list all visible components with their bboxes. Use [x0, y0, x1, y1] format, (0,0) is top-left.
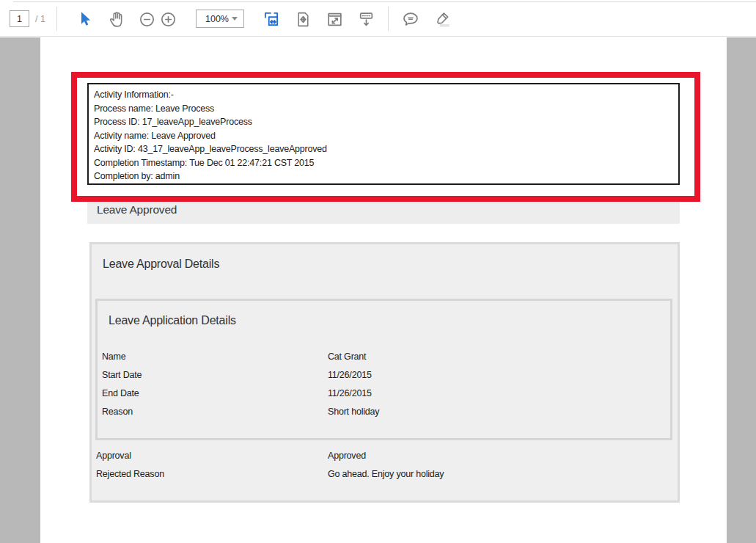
- highlighter-icon[interactable]: [431, 8, 453, 30]
- activity-info-line: Activity ID: 43_17_leaveApp_leaveProcess…: [94, 142, 673, 156]
- dock-toolbar-icon[interactable]: [355, 8, 377, 30]
- field-label: Rejected Reason: [96, 465, 164, 484]
- chevron-down-icon: [232, 17, 238, 21]
- activity-info-line: Completion Timestamp: Tue Dec 01 22:47:2…: [94, 156, 673, 170]
- hand-pan-icon[interactable]: [106, 8, 128, 30]
- field-row: End Date 11/26/2015: [40, 385, 727, 403]
- zoom-level-value: 100%: [205, 14, 229, 24]
- field-row: Rejected Reason Go ahead. Enjoy your hol…: [40, 465, 727, 484]
- toolbar-separator: [56, 7, 57, 31]
- field-value: Approved: [328, 447, 366, 465]
- fit-width-icon[interactable]: [260, 8, 282, 30]
- zoom-out-icon[interactable]: [136, 8, 158, 30]
- field-label: Name: [102, 348, 126, 366]
- pdf-viewer-toolbar: / 1 100%: [0, 0, 756, 37]
- field-value: 11/26/2015: [328, 366, 372, 385]
- activity-info-line: Process ID: 17_leaveApp_leaveProcess: [94, 115, 673, 129]
- fit-page-icon[interactable]: [292, 8, 314, 30]
- activity-info-line: Activity name: Leave Approved: [94, 129, 673, 143]
- field-label: Start Date: [102, 366, 142, 385]
- field-value: Cat Grant: [328, 348, 366, 366]
- field-row: Approval Approved: [40, 447, 727, 465]
- activity-info-line: Activity Information:-: [94, 88, 673, 102]
- comment-icon[interactable]: [400, 8, 422, 30]
- page-count-label: / 1: [35, 14, 45, 24]
- activity-info-line: Process name: Leave Process: [94, 102, 673, 116]
- toolbar-separator: [388, 7, 389, 31]
- approval-panel-title: Leave Approval Details: [103, 258, 219, 271]
- field-value: Go ahead. Enjoy your holiday: [328, 465, 444, 484]
- section-header-band: Leave Approved: [87, 197, 680, 224]
- field-value: Short holiday: [328, 403, 379, 421]
- activity-information-box: Activity Information:- Process name: Lea…: [87, 83, 680, 185]
- select-cursor-icon[interactable]: [74, 8, 96, 30]
- field-label: Approval: [96, 447, 131, 465]
- fullscreen-icon[interactable]: [323, 8, 345, 30]
- document-canvas: Activity Information:- Process name: Lea…: [0, 37, 756, 543]
- field-value: 11/26/2015: [328, 385, 372, 403]
- page-number-input[interactable]: [10, 10, 29, 27]
- application-panel-title: Leave Application Details: [109, 314, 236, 327]
- field-row: Start Date 11/26/2015: [40, 366, 727, 385]
- field-label: End Date: [102, 385, 139, 403]
- pdf-page: Activity Information:- Process name: Lea…: [40, 37, 727, 543]
- field-row: Reason Short holiday: [40, 403, 727, 421]
- activity-info-line: Completion by: admin: [94, 170, 673, 183]
- zoom-in-icon[interactable]: [157, 8, 179, 30]
- window-top-divider: [13, 1, 756, 3]
- field-row: Name Cat Grant: [40, 348, 727, 366]
- zoom-level-select[interactable]: 100%: [196, 10, 244, 28]
- field-label: Reason: [102, 403, 133, 421]
- section-header: Leave Approved: [97, 203, 177, 216]
